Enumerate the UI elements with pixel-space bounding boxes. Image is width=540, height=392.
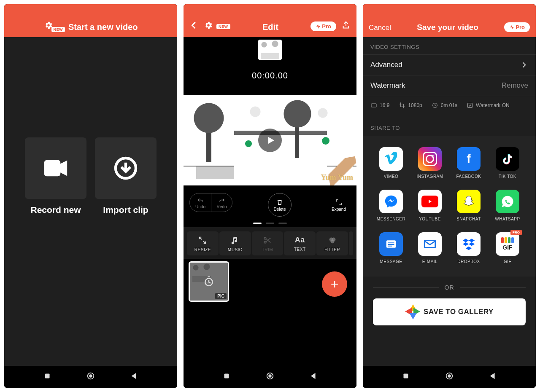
expand-icon [335,199,343,206]
info-strip: 16:9 1080p 0m 01s Watermark ON [363,96,536,118]
video-preview[interactable]: Yum Yum [184,95,356,185]
new-badge: NEW [216,24,230,29]
check-icon [467,102,473,109]
save-header: Cancel Save your video Pro [363,4,536,37]
tool-trim: TRIM [252,231,284,255]
add-clip-button[interactable]: + [322,271,347,297]
duration-info: 0m 01s [432,102,457,109]
filter-icon [328,236,337,245]
email-icon [418,232,442,256]
watermark-remove[interactable]: Remove [502,81,528,90]
nav-back-icon[interactable] [309,371,318,382]
svg-rect-14 [371,104,376,107]
back-icon[interactable] [189,21,199,32]
watermark-row[interactable]: Watermark Remove [363,75,536,96]
svg-rect-11 [224,374,229,379]
google-photos-icon [405,304,420,320]
clip-type-tag: PIC [215,293,227,299]
timeline-thumb[interactable] [258,40,282,60]
youtube-icon [418,190,442,213]
advanced-row[interactable]: Advanced [363,55,536,75]
tool-text[interactable]: Aa TEXT [284,231,316,255]
svg-rect-20 [388,246,392,247]
share-youtube[interactable]: YOUTUBE [413,190,447,221]
watermark-info: Watermark ON [467,102,510,109]
vimeo-icon [379,147,403,171]
gear-icon[interactable] [204,21,213,32]
whatsapp-icon [496,190,519,213]
save-to-gallery-button[interactable]: SAVE TO GALLERY [373,298,526,325]
nav-back-icon[interactable] [488,371,497,382]
nav-home-icon[interactable] [265,371,275,382]
record-new-tile[interactable]: Record new [25,137,86,215]
share-gif[interactable]: PROGIFGIF [490,232,525,264]
import-clip-tile[interactable]: Import clip [95,137,157,215]
aspect-info: 16:9 [370,102,389,109]
edit-title: Edit [230,22,311,32]
pro-button[interactable]: Pro [310,21,336,31]
instagram-icon [418,147,442,171]
share-tiktok[interactable]: TIK TOK [490,147,525,179]
tool-resize[interactable]: RESIZE [187,231,219,255]
delete-button[interactable]: Delete [268,193,292,217]
facebook-icon: f [457,147,481,171]
svg-rect-18 [388,242,394,243]
chevron-right-icon [520,61,528,69]
messenger-icon [379,190,403,213]
pro-button[interactable]: Pro [504,22,530,32]
cancel-button[interactable]: Cancel [369,24,391,32]
nav-back-icon[interactable] [130,371,139,382]
share-grid: VIMEO INSTAGRAM fFACEBOOK TIK TOK MESSEN… [363,136,536,277]
expand-button[interactable]: Expand [327,193,351,217]
gif-icon: PROGIF [496,232,519,256]
edit-body: 00:00.00 Yum Yum Undo Redo Del [184,37,356,366]
share-dropbox[interactable]: DROPBOX [451,232,486,264]
clip-thumbnail[interactable]: PIC [189,261,229,302]
header-title: Start a new video [68,22,138,32]
svg-point-24 [448,375,451,377]
tool-filter[interactable]: FILTER [316,231,348,255]
dropbox-icon [457,232,481,256]
share-message[interactable]: MESSAGE [374,232,408,264]
share-instagram[interactable]: INSTAGRAM [413,147,447,179]
or-divider: OR [363,277,536,298]
nav-recents-icon[interactable] [222,371,231,382]
import-label: Import clip [103,205,148,215]
share-vimeo[interactable]: VIMEO [374,147,408,179]
clip-row: PIC + [184,259,356,309]
play-button[interactable] [258,129,282,152]
nav-home-icon[interactable] [445,371,454,382]
tool-tiles: RESIZE MUSIC TRIM Aa TEXT FILTER [184,227,356,259]
nav-recents-icon[interactable] [43,371,52,382]
scissors-icon [263,236,272,245]
download-icon [112,155,139,182]
resolution-info: 1080p [399,102,422,109]
nav-recents-icon[interactable] [401,371,410,382]
svg-rect-19 [388,244,394,245]
android-navbar [4,366,177,388]
redo-button[interactable]: Redo [211,193,232,212]
share-messenger[interactable]: MESSENGER [374,190,408,221]
tiktok-icon [496,147,519,171]
android-navbar [184,366,356,388]
undo-button[interactable]: Undo [190,193,211,212]
phone-start: NEW Start a new video Record new Import … [4,4,177,388]
share-whatsapp[interactable]: WHATSAPP [490,190,525,221]
svg-rect-2 [45,374,49,379]
save-body: VIDEO SETTINGS Advanced Watermark Remove… [363,37,536,366]
crop-icon [399,102,405,109]
tool-music[interactable]: MUSIC [219,231,251,255]
phone-save: Cancel Save your video Pro VIDEO SETTING… [363,4,536,388]
nav-home-icon[interactable] [86,371,95,382]
share-email[interactable]: E-MAIL [413,232,447,264]
share-icon[interactable] [341,21,351,32]
tool-more[interactable] [349,231,353,255]
record-label: Record new [30,205,81,215]
svg-rect-0 [46,161,59,175]
edit-header: NEW Edit Pro [184,4,356,37]
share-facebook[interactable]: fFACEBOOK [451,147,486,179]
music-icon [230,236,240,245]
share-snapchat[interactable]: SNAPCHAT [451,190,486,221]
message-icon [379,232,403,256]
clock-icon [432,102,438,109]
